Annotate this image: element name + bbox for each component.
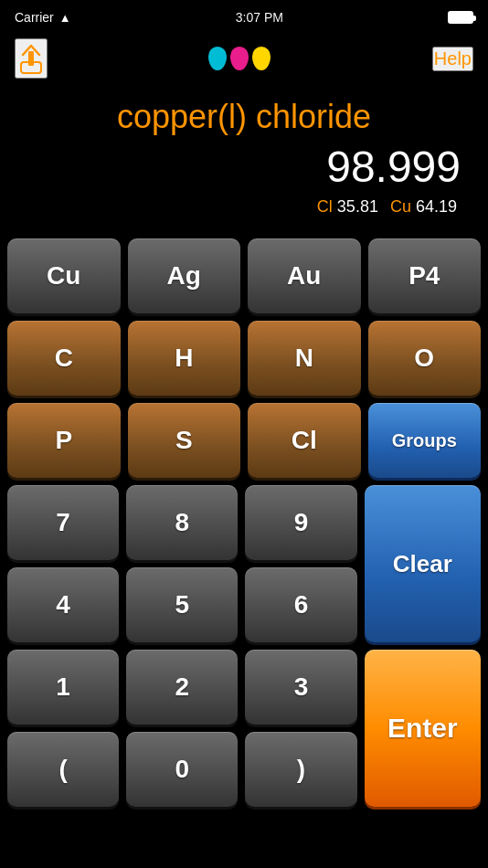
header: Help: [0, 33, 488, 88]
key-enter[interactable]: Enter: [365, 650, 482, 807]
key-clear[interactable]: Clear: [365, 485, 482, 642]
comp-cl-symbol: Cl: [317, 197, 333, 216]
compound-name: copper(l) chloride: [18, 97, 470, 136]
drop-yellow: [252, 47, 271, 70]
key-o[interactable]: O: [368, 321, 482, 396]
key-1[interactable]: 1: [7, 650, 119, 725]
comp-cl: Cl 35.81: [317, 197, 383, 216]
comp-cu-symbol: Cu: [390, 197, 411, 216]
key-cl[interactable]: Cl: [248, 403, 361, 478]
key-row-1: Cu Ag Au P4: [7, 238, 481, 313]
key-close-paren[interactable]: ): [245, 732, 356, 807]
key-row-4: 7 8 9: [7, 485, 357, 560]
display-area: copper(l) chloride 98.999 Cl 35.81 Cu 64…: [0, 88, 488, 231]
drop-pink: [230, 47, 249, 70]
key-0[interactable]: 0: [126, 732, 238, 807]
wifi-icon: ▲: [59, 11, 71, 25]
carrier-label: Carrier: [15, 10, 54, 25]
app-logo: [208, 47, 271, 70]
comp-cl-value: 35.81: [337, 197, 378, 216]
share-button[interactable]: [15, 38, 48, 79]
key-row-6: 1 2 3: [7, 650, 357, 725]
key-5[interactable]: 5: [126, 567, 238, 642]
key-row-3: P S Cl Groups: [7, 403, 481, 478]
key-4[interactable]: 4: [7, 567, 119, 642]
key-p4[interactable]: P4: [368, 238, 482, 313]
composition: Cl 35.81 Cu 64.19: [18, 197, 470, 217]
svg-rect-0: [28, 51, 34, 66]
key-n[interactable]: N: [248, 321, 361, 396]
key-8[interactable]: 8: [126, 485, 238, 560]
key-3[interactable]: 3: [245, 650, 356, 725]
key-6[interactable]: 6: [245, 567, 356, 642]
key-2[interactable]: 2: [126, 650, 238, 725]
key-row-45: 7 8 9 4 5 6 Clear: [7, 485, 481, 642]
drop-teal: [208, 47, 227, 70]
key-groups[interactable]: Groups: [368, 403, 482, 478]
battery-icon: [448, 11, 473, 24]
key-open-paren[interactable]: (: [7, 732, 119, 807]
share-icon: [17, 42, 45, 75]
key-s[interactable]: S: [128, 403, 241, 478]
status-left: Carrier ▲: [15, 10, 71, 25]
key-c[interactable]: C: [7, 321, 121, 396]
comp-cu-value: 64.19: [416, 197, 457, 216]
status-right: [448, 11, 473, 24]
key-row-7: ( 0 ): [7, 732, 357, 807]
key-ag[interactable]: Ag: [128, 238, 241, 313]
key-p[interactable]: P: [7, 403, 121, 478]
key-au[interactable]: Au: [248, 238, 361, 313]
key-row-5: 4 5 6: [7, 567, 357, 642]
help-button[interactable]: Help: [432, 47, 473, 71]
keyboard: Cu Ag Au P4 C H N O P S Cl Groups 7 8 9 …: [0, 231, 488, 818]
key-row-2: C H N O: [7, 321, 481, 396]
key-cu[interactable]: Cu: [7, 238, 121, 313]
key-h[interactable]: H: [128, 321, 241, 396]
time-label: 3:07 PM: [236, 10, 283, 25]
comp-cu: Cu 64.19: [390, 197, 457, 216]
key-7[interactable]: 7: [7, 485, 119, 560]
key-9[interactable]: 9: [245, 485, 356, 560]
molar-mass: 98.999: [18, 142, 470, 192]
key-row-67: 1 2 3 ( 0 ) Enter: [7, 650, 481, 807]
status-bar: Carrier ▲ 3:07 PM: [0, 0, 488, 33]
